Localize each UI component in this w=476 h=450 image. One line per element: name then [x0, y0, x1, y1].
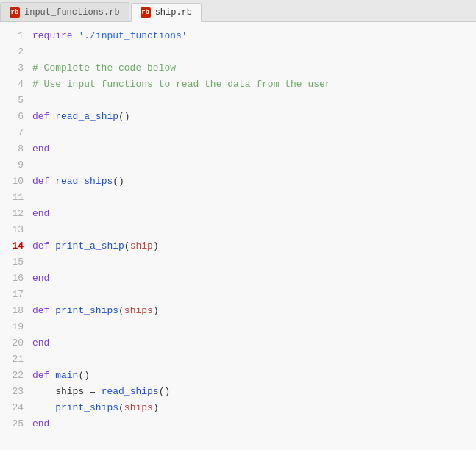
code-segment: main	[55, 370, 78, 381]
code-segment: )	[153, 240, 159, 251]
code-line-5	[32, 93, 476, 109]
code-line-9	[32, 157, 476, 174]
code-segment: print_ships	[55, 305, 118, 316]
line-number-19: 19	[0, 319, 24, 335]
code-line-10: def read_ships()	[32, 174, 476, 190]
code-segment: read_ships	[102, 386, 159, 397]
code-line-15	[32, 254, 476, 271]
code-segment: end	[32, 208, 49, 219]
code-line-4: # Use input_functions to read the data f…	[32, 76, 476, 93]
code-content[interactable]: require './input_functions' # Complete t…	[29, 22, 476, 450]
code-segment: read_ships	[55, 176, 113, 187]
code-line-1: require './input_functions'	[32, 28, 476, 44]
code-segment: require	[32, 30, 78, 41]
code-line-18: def print_ships(ships)	[32, 303, 476, 319]
code-line-22: def main()	[32, 368, 476, 384]
code-segment: ships	[124, 402, 153, 413]
line-number-9: 9	[0, 157, 24, 174]
code-segment: def	[32, 305, 55, 316]
code-segment	[32, 402, 55, 413]
code-line-11	[32, 190, 476, 206]
code-line-13	[32, 222, 476, 238]
code-segment: end	[32, 338, 49, 349]
editor-container: rb input_functions.rb rb ship.rb 1234567…	[0, 0, 476, 450]
code-area: 1234567891011121314151617181920212223242…	[0, 22, 476, 450]
tab-input-functions[interactable]: rb input_functions.rb	[0, 2, 129, 21]
code-line-19	[32, 319, 476, 335]
line-number-13: 13	[0, 222, 24, 238]
line-number-6: 6	[0, 109, 24, 125]
code-segment: print_ships	[55, 402, 118, 413]
code-segment: (	[124, 240, 130, 251]
line-number-4: 4	[0, 76, 24, 93]
code-segment: ()	[159, 386, 171, 397]
line-number-14: 14	[0, 238, 24, 254]
line-number-8: 8	[0, 141, 24, 157]
code-segment: ship	[130, 240, 153, 251]
line-number-10: 10	[0, 174, 24, 190]
code-line-23: ships = read_ships()	[32, 384, 476, 400]
line-number-3: 3	[0, 60, 24, 76]
code-segment: ()	[118, 111, 130, 122]
code-line-24: print_ships(ships)	[32, 400, 476, 416]
code-segment: def	[32, 176, 55, 187]
line-number-18: 18	[0, 303, 24, 319]
line-number-11: 11	[0, 190, 24, 206]
line-number-12: 12	[0, 206, 24, 222]
code-segment: (	[118, 305, 124, 316]
code-segment: print_a_ship	[55, 240, 124, 251]
tab-icon-ship: rb	[141, 7, 151, 18]
line-number-21: 21	[0, 351, 24, 368]
code-line-2	[32, 44, 476, 60]
line-number-15: 15	[0, 254, 24, 271]
code-line-14: def print_a_ship(ship)	[32, 238, 476, 254]
tab-label-ship: ship.rb	[155, 7, 192, 18]
code-segment: ships =	[32, 386, 102, 397]
code-segment: (	[118, 402, 124, 413]
line-numbers: 1234567891011121314151617181920212223242…	[0, 22, 29, 450]
code-line-7	[32, 125, 476, 141]
code-line-17	[32, 287, 476, 303]
code-segment: # Complete the code below	[32, 63, 176, 74]
code-segment: end	[32, 418, 49, 429]
code-line-20: end	[32, 335, 476, 351]
code-line-16: end	[32, 271, 476, 287]
code-segment: ()	[113, 176, 124, 187]
code-segment: ()	[78, 370, 90, 381]
code-segment: read_a_ship	[55, 111, 118, 122]
code-segment: )	[153, 402, 159, 413]
line-number-24: 24	[0, 400, 24, 416]
tab-ship[interactable]: rb ship.rb	[131, 3, 202, 22]
tab-label-input-functions: input_functions.rb	[24, 7, 120, 18]
line-number-22: 22	[0, 368, 24, 384]
code-segment: # Use input_functions to read the data f…	[32, 79, 331, 90]
code-segment: ships	[124, 305, 153, 316]
code-segment: './input_functions'	[78, 30, 187, 41]
line-number-2: 2	[0, 44, 24, 60]
line-number-25: 25	[0, 416, 24, 432]
line-number-20: 20	[0, 335, 24, 351]
code-line-8: end	[32, 141, 476, 157]
line-number-7: 7	[0, 125, 24, 141]
code-segment: def	[32, 240, 55, 251]
code-line-25: end	[32, 416, 476, 432]
tab-icon-input-functions: rb	[10, 7, 20, 18]
line-number-5: 5	[0, 93, 24, 109]
tab-bar: rb input_functions.rb rb ship.rb	[0, 0, 476, 22]
line-number-23: 23	[0, 384, 24, 400]
code-line-21	[32, 351, 476, 368]
code-line-3: # Complete the code below	[32, 60, 476, 76]
line-number-17: 17	[0, 287, 24, 303]
code-line-6: def read_a_ship()	[32, 109, 476, 125]
line-number-1: 1	[0, 28, 24, 44]
code-segment: def	[32, 370, 55, 381]
code-segment: end	[32, 273, 49, 284]
line-number-16: 16	[0, 271, 24, 287]
code-segment: def	[32, 111, 55, 122]
code-line-12: end	[32, 206, 476, 222]
code-segment: end	[32, 143, 49, 154]
code-segment: )	[153, 305, 159, 316]
